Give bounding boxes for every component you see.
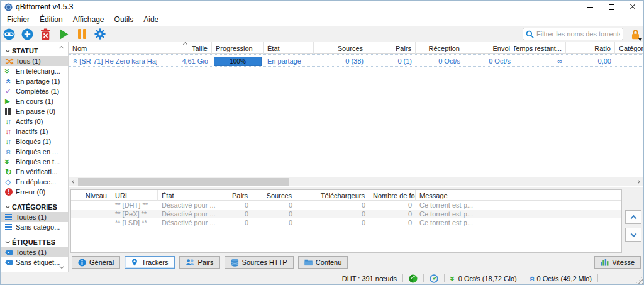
tracker-column-niveau[interactable]: Niveau	[71, 190, 111, 201]
sidebar-item-en-cours[interactable]: ▶ En cours (1)	[1, 96, 68, 106]
tracker-status: Désactivé pour ...	[158, 201, 218, 210]
tracker-column-nombre[interactable]: Nombre de fo...	[369, 190, 416, 201]
sidebar-item-etiquettes-toutes[interactable]: Toutes (1)	[1, 247, 68, 257]
column-header-pairs[interactable]: Pairs	[367, 42, 416, 54]
tracker-tier	[71, 201, 111, 210]
sidebar-item-en-telechargement[interactable]: » En télécharg...	[1, 66, 68, 76]
chevron-down-icon	[630, 231, 636, 237]
column-header-envoi[interactable]: Envoi	[464, 42, 514, 54]
tab-trackers[interactable]: Trackers	[125, 256, 174, 269]
tracker-column-message[interactable]: Message	[416, 190, 621, 201]
column-header-reception[interactable]: Réception	[416, 42, 464, 54]
connection-status-button[interactable]	[409, 274, 418, 283]
tracker-column-pairs[interactable]: Pairs	[218, 190, 252, 201]
sidebar-item-en-deplacement[interactable]: ◇ En déplace...	[1, 177, 68, 187]
tracker-column-url[interactable]: URL	[111, 190, 158, 201]
column-header-nom[interactable]: Nom	[69, 42, 160, 54]
speed-widget-button[interactable]: Vitesse	[594, 256, 641, 269]
sidebar-item-label: Sans catégo...	[16, 223, 60, 231]
window-resize-grip[interactable]	[636, 277, 643, 284]
horizontal-scrollbar[interactable]	[69, 177, 643, 186]
scrollbar-track[interactable]	[78, 177, 634, 186]
tracker-seeds: 0	[252, 210, 296, 218]
tab-general[interactable]: Général	[72, 256, 120, 269]
sidebar-item-actifs[interactable]: ↓↑ Actifs (0)	[1, 116, 68, 126]
search-input[interactable]	[536, 30, 620, 38]
torrent-row[interactable]: »[SR-71] Re Zero kara Hajime... 4,61 Gio…	[69, 54, 643, 67]
move-tracker-up-button[interactable]	[625, 210, 641, 224]
menu-affichage[interactable]: Affichage	[68, 14, 109, 25]
sidebar-item-label: Tous (1)	[16, 57, 41, 65]
scroll-right-button[interactable]	[634, 177, 643, 186]
sidebar-item-inactifs[interactable]: ↓↑ Inactifs (1)	[1, 126, 68, 137]
sidebar-item-bloques[interactable]: ↓↑ Bloqués (1)	[1, 137, 68, 147]
column-header-ratio[interactable]: Ratio	[566, 42, 615, 54]
global-upload-speed[interactable]: » 0 Oct/s (49,2 Mio)	[529, 275, 592, 282]
tab-sources-http[interactable]: Sources HTTP	[225, 256, 294, 269]
sidebar-item-en-verification[interactable]: ↻ En vérificati...	[1, 167, 68, 177]
pause-button[interactable]	[75, 27, 88, 41]
sidebar-item-completes[interactable]: ✓ Complétés (1)	[1, 86, 68, 96]
close-button[interactable]	[622, 1, 643, 13]
move-tracker-down-button[interactable]	[625, 228, 641, 242]
tab-label: Sources HTTP	[242, 259, 287, 266]
lock-ui-button[interactable]	[629, 27, 641, 41]
column-header-progression[interactable]: Progression	[212, 42, 264, 54]
gear-icon	[94, 28, 106, 40]
torrent-name-cell: »[SR-71] Re Zero kara Hajime...	[69, 55, 160, 67]
tab-contenu[interactable]: Contenu	[298, 256, 348, 269]
tracker-row-lsd[interactable]: ** [LSD] ** Désactivé pour ... 0 0 0 0 C…	[71, 218, 621, 227]
scroll-left-button[interactable]	[69, 177, 78, 186]
sidebar-item-sans-etiquette[interactable]: Sans étiquet...	[1, 257, 68, 267]
speed-chart-icon	[601, 259, 609, 266]
sidebar-item-bloques-envoi[interactable]: » Bloqués en ...	[1, 147, 68, 157]
menu-aide[interactable]: Aide	[138, 14, 164, 25]
section-title: CATÉGORIES	[12, 203, 57, 211]
sidebar-item-bloques-telechargement[interactable]: » Bloqués en t...	[1, 157, 68, 167]
sidebar-item-categories-toutes[interactable]: Toutes (1)	[1, 212, 68, 222]
sidebar-item-label: Actifs (0)	[16, 118, 43, 125]
column-header-etat[interactable]: État	[264, 42, 314, 54]
dht-nodes-label: DHT : 391 nœuds	[342, 275, 397, 282]
pin-icon	[131, 258, 138, 267]
section-statut[interactable]: STATUT	[1, 45, 68, 56]
options-button[interactable]	[94, 27, 106, 41]
tracker-row-dht[interactable]: ** [DHT] ** Désactivé pour ... 0 0 0 0 C…	[71, 201, 621, 210]
tracker-column-etat[interactable]: État	[158, 190, 218, 201]
global-download-speed[interactable]: » 0 Oct/s (18,72 Gio)	[450, 275, 517, 282]
menu-edition[interactable]: Édition	[35, 14, 68, 25]
maximize-button[interactable]	[601, 1, 622, 13]
section-etiquettes[interactable]: ÉTIQUETTES	[1, 237, 68, 247]
scrollbar-thumb[interactable]	[78, 178, 289, 186]
column-header-taille[interactable]: Taille	[160, 42, 212, 54]
sidebar-item-label: Bloqués en ...	[16, 148, 58, 155]
alt-speed-limits-button[interactable]	[430, 274, 438, 283]
column-header-temps-restant[interactable]: Temps restant...	[514, 42, 566, 54]
resume-button[interactable]	[57, 27, 70, 41]
column-header-sources[interactable]: Sources	[314, 42, 367, 54]
sidebar-item-erreur[interactable]: ! Erreur (0)	[1, 187, 68, 197]
refresh-icon: ↻	[5, 168, 16, 176]
add-torrent-link-button[interactable]	[3, 27, 15, 41]
add-torrent-file-button[interactable]	[21, 27, 33, 41]
menu-outils[interactable]: Outils	[109, 14, 139, 25]
tracker-column-telechargeurs[interactable]: Téléchargeurs	[296, 190, 369, 201]
column-header-categorie[interactable]: Catégorie	[615, 42, 643, 54]
sidebar-item-en-partage[interactable]: » En partage (1)	[1, 76, 68, 86]
tracker-row-pex[interactable]: ** [PeX] ** Désactivé pour ... 0 0 0 0 C…	[71, 210, 621, 218]
sidebar-item-tous[interactable]: Tous (1)	[1, 56, 68, 66]
torrent-download-speed-cell: 0 Oct/s	[416, 55, 464, 67]
section-categories[interactable]: CATÉGORIES	[1, 201, 68, 212]
sidebar-item-sans-categorie[interactable]: Sans catégo...	[1, 222, 68, 232]
tab-pairs[interactable]: Pairs	[179, 256, 220, 269]
tracker-tier	[71, 210, 111, 218]
tracker-status: Désactivé pour ...	[158, 210, 218, 218]
tracker-column-sources[interactable]: Sources	[252, 190, 296, 201]
sidebar-item-en-pause[interactable]: En pause (0)	[1, 106, 68, 116]
menu-fichier[interactable]: Fichier	[2, 14, 35, 25]
error-icon: !	[5, 188, 13, 196]
qbittorrent-window: qBittorrent v4.5.3 Fichier Édition Affic…	[0, 0, 644, 285]
tag-icon	[5, 250, 13, 255]
delete-torrent-button[interactable]	[39, 27, 52, 41]
minimize-button[interactable]	[579, 1, 601, 13]
